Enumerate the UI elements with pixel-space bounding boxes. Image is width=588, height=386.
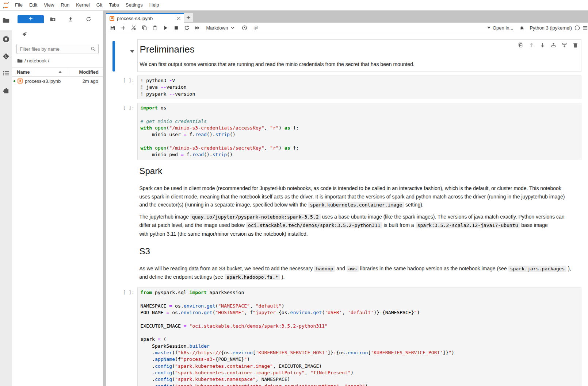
debugger-button[interactable] — [520, 23, 524, 32]
stop-circle-icon — [3, 36, 9, 43]
code-token: ) — [451, 350, 454, 355]
menu-edit[interactable]: Edit — [26, 0, 41, 10]
run-cell-button[interactable] — [161, 23, 170, 32]
collapse-heading-icon[interactable] — [130, 48, 134, 51]
code-cell[interactable]: [ ]:from pyspark.sql import SparkSession… — [106, 286, 588, 386]
file-row[interactable]: process-s3.ipynb2m ago — [12, 77, 103, 86]
dock-tab-process-s3.ipynb[interactable]: process-s3.ipynb — [106, 13, 184, 23]
sidebar-tab-table-of-contents[interactable] — [0, 70, 12, 77]
new-folder-button[interactable] — [44, 15, 62, 23]
column-header-modified[interactable]: Modified — [68, 69, 103, 75]
code-editor-box[interactable]: from pyspark.sql import SparkSession NAM… — [137, 287, 582, 386]
restart-kernel-button[interactable] — [183, 23, 191, 32]
code-token: environ — [233, 350, 253, 355]
code-token: f. — [184, 152, 192, 157]
file-listing: Name Modified process-s3.ipynb2m ago — [12, 67, 103, 86]
refresh-button[interactable] — [80, 15, 98, 23]
history-button[interactable] — [240, 23, 249, 32]
code-token: -- — [169, 91, 175, 97]
file-filter-input[interactable] — [16, 44, 99, 54]
upload-button[interactable] — [62, 15, 80, 23]
sidebar-tab-running-sessions[interactable] — [0, 36, 12, 43]
markdown-cell[interactable]: SparkSpark can be used in client mode (r… — [106, 162, 588, 242]
menu-run[interactable]: Run — [57, 0, 73, 10]
copy-cell-button[interactable] — [140, 23, 149, 32]
markdown-cell[interactable]: PreliminariesWe can first output some ve… — [106, 38, 588, 74]
code-line: .appName(f"process-s3-{POD_NAME}") — [141, 356, 580, 363]
sidebar-splitter[interactable] — [103, 11, 106, 386]
chevron-down-icon — [228, 26, 235, 30]
markdown-rendered[interactable]: SparkSpark can be used in client mode (r… — [137, 164, 582, 240]
menu-kernel[interactable]: Kernel — [73, 0, 93, 10]
code-token: ]} — [328, 350, 333, 355]
new-tab-button[interactable] — [184, 13, 193, 22]
code-line: ! java --version — [141, 84, 580, 90]
inline-code: hadoop — [314, 266, 335, 272]
stop-icon — [173, 25, 179, 31]
plus-icon — [186, 15, 191, 20]
save-button[interactable] — [108, 23, 117, 32]
move-cell-down-button[interactable] — [540, 42, 545, 48]
code-token: ) — [247, 356, 250, 362]
insert-cell-below-button[interactable] — [119, 23, 128, 32]
code-cell[interactable]: [ ]:import os # get minio credentialswit… — [106, 101, 588, 162]
insert-below-icon — [562, 42, 567, 48]
menu-file[interactable]: File — [12, 0, 26, 10]
open-in-dropdown[interactable]: Open in... — [487, 25, 513, 31]
cell-type-dropdown[interactable]: Markdown — [206, 25, 235, 31]
tab-close-button[interactable] — [176, 16, 182, 22]
code-line: .config("spark.kubernetes.container.imag… — [141, 363, 580, 370]
menu-settings[interactable]: Settings — [122, 0, 146, 10]
markdown-rendered[interactable]: PreliminariesWe can first output some ve… — [137, 39, 582, 72]
menu-tabs[interactable]: Tabs — [106, 0, 122, 10]
notebook-toolbar: Markdown git Open in... Python 3 (ipyker… — [106, 23, 588, 33]
code-token: " — [448, 350, 451, 355]
sidebar-tab-extensions[interactable] — [0, 87, 12, 94]
move-cell-up-button[interactable] — [529, 42, 534, 48]
code-token: as — [285, 145, 290, 151]
insert-cell-above-button[interactable] — [551, 42, 556, 48]
menu-view[interactable]: View — [41, 0, 57, 10]
cell-prompt-area — [106, 164, 137, 240]
code-line: import os — [141, 105, 580, 111]
menu-help[interactable]: Help — [146, 0, 163, 10]
code-token: (f — [175, 356, 181, 362]
markdown-rendered[interactable]: S3As we will be reading data from an S3 … — [137, 244, 582, 284]
code-editor-box[interactable]: ! python3 -V! java --version! pyspark --… — [137, 76, 582, 99]
git-clone-button[interactable] — [22, 32, 27, 37]
code-line: SparkSession.builder — [141, 343, 580, 350]
code-token: POD_NAME — [141, 310, 167, 315]
column-header-name[interactable]: Name — [12, 69, 68, 75]
code-line: POD_NAME = os.environ.get("HOSTNAME", f"… — [141, 309, 580, 316]
notebook-menu-button[interactable] — [583, 23, 588, 32]
kernel-name[interactable]: Python 3 (ipykernel) — [530, 25, 572, 31]
markdown-cell[interactable]: S3As we will be reading data from an S3 … — [106, 242, 588, 286]
search-icon — [91, 46, 96, 51]
cut-cell-button[interactable] — [130, 23, 138, 32]
code-token: . — [141, 377, 155, 382]
duplicate-cell-button[interactable] — [518, 42, 523, 48]
paste-cell-button[interactable] — [151, 23, 160, 32]
breadcrumb[interactable]: / notebook / — [17, 58, 103, 63]
interrupt-kernel-button[interactable] — [172, 23, 181, 32]
code-line: minio_pwd = f.read().strip() — [141, 151, 580, 158]
file-modified: 2m ago — [68, 78, 103, 84]
sidebar-tab-file-browser[interactable] — [0, 17, 12, 24]
delete-cell-button[interactable] — [573, 42, 578, 48]
code-token: . — [201, 310, 204, 315]
code-token: "spark.kubernetes.container.image.pullPo… — [175, 370, 305, 375]
menu-git[interactable]: Git — [93, 0, 106, 10]
sidebar-tab-git[interactable] — [0, 53, 12, 60]
cell-prompt-area: [ ]: — [106, 76, 137, 99]
code-line: ! python3 -V — [141, 77, 580, 84]
code-line: ! pyspark --version — [141, 91, 580, 97]
code-editor-box[interactable]: import os # get minio credentialswith op… — [137, 103, 582, 160]
insert-cell-below-button[interactable] — [562, 42, 567, 48]
code-line: .config("spark.kubernetes.authenticate.d… — [141, 383, 580, 386]
code-token: import — [190, 290, 207, 295]
inline-code: spark.kubernetes.container.image — [308, 202, 404, 208]
code-token: f. — [187, 132, 195, 137]
new-launcher-button[interactable] — [18, 15, 44, 23]
code-cell[interactable]: [ ]:! python3 -V! java --version! pyspar… — [106, 74, 588, 101]
restart-run-all-button[interactable] — [193, 23, 202, 32]
